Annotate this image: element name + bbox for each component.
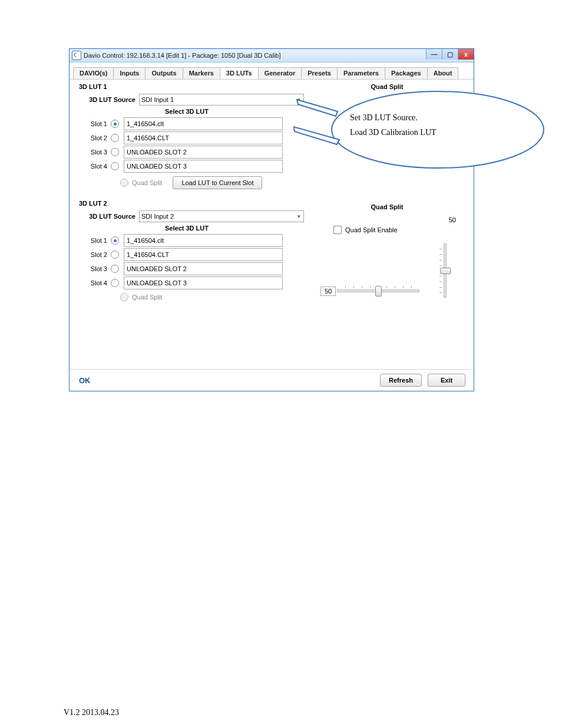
lut1-slot3-field[interactable]: UNLOADED SLOT 2	[124, 146, 283, 159]
bottom-bar: OK Refresh Exit	[70, 369, 474, 391]
svg-marker-1	[297, 100, 338, 116]
close-button[interactable]: x	[458, 49, 474, 60]
group-3dlut2: 3D LUT 2 3D LUT Source SDI Input 2 ▾ Sel…	[78, 200, 465, 301]
lut2-slot3-label: Slot 3	[78, 265, 110, 272]
callout-line2: Load 3D Calibration LUT	[350, 125, 503, 140]
lut1-slot1-radio[interactable]	[111, 120, 119, 128]
tab-generator[interactable]: Generator	[258, 67, 302, 79]
tab-parameters[interactable]: Parameters	[337, 67, 385, 79]
title-bar[interactable]: Davio Control: 192.168.3.14 [Edit 1] - P…	[70, 49, 474, 62]
tab-inputs[interactable]: Inputs	[113, 67, 146, 79]
lut2-source-label: 3D LUT Source	[78, 213, 139, 220]
lut1-quadsplit-radio	[120, 179, 128, 187]
lut1-load-button[interactable]: Load LUT to Current Slot	[173, 176, 262, 189]
lut2-slot4-radio[interactable]	[111, 279, 119, 287]
lut1-source-value: SDI Input 1	[141, 96, 174, 103]
lut2-quad-vslider[interactable]	[438, 243, 451, 298]
tab-outputs[interactable]: Outputs	[145, 67, 183, 79]
lut2-slot3-radio[interactable]	[111, 265, 119, 273]
lut2-slot1-label: Slot 1	[78, 237, 110, 244]
tab-davios[interactable]: DAVIO(s)	[73, 67, 114, 79]
lut2-quad-enable-checkbox[interactable]	[333, 226, 342, 234]
lut2-quad-title: Quad Split	[313, 203, 461, 210]
lut1-slot2-radio[interactable]	[111, 134, 119, 142]
lut1-source-label: 3D LUT Source	[78, 96, 139, 103]
lut1-slot4-label: Slot 4	[78, 163, 110, 170]
lut1-slot4-radio[interactable]	[111, 162, 119, 170]
refresh-button[interactable]: Refresh	[380, 374, 422, 387]
lut1-slot3-radio[interactable]	[111, 148, 119, 156]
maximize-button[interactable]: ▢	[442, 49, 458, 60]
lut2-slot4-label: Slot 4	[78, 279, 110, 286]
lut2-slot3-field[interactable]: UNLOADED SLOT 2	[124, 262, 283, 275]
lut2-quad-panel: Quad Split 50 Quad Split Enable 50	[313, 203, 461, 300]
lut2-slot2-label: Slot 2	[78, 251, 110, 258]
tab-packages[interactable]: Packages	[385, 67, 428, 79]
lut2-slot2-field[interactable]: 1_416504.CLT	[124, 248, 283, 261]
lut1-slot1-label: Slot 1	[78, 120, 110, 127]
tab-presets[interactable]: Presets	[301, 67, 338, 79]
lut2-quadsplit-label: Quad Split	[132, 294, 162, 301]
lut1-slot4-field[interactable]: UNLOADED SLOT 3	[124, 160, 283, 173]
tab-strip: DAVIO(s) Inputs Outputs Markers 3D LUTs …	[70, 62, 474, 80]
tab-markers[interactable]: Markers	[183, 67, 220, 79]
lut2-source-combo[interactable]: SDI Input 2 ▾	[139, 210, 304, 222]
lut2-quadsplit-radio	[120, 293, 128, 301]
lut1-slot2-field[interactable]: 1_416504.CLT	[124, 131, 283, 144]
minimize-button[interactable]: —	[426, 49, 442, 60]
exit-button[interactable]: Exit	[428, 374, 465, 387]
app-icon	[72, 51, 81, 60]
annotation-callout: Set 3D LUT Source. Load 3D Calibration L…	[293, 85, 541, 174]
lut2-slot4-field[interactable]: UNLOADED SLOT 3	[124, 276, 283, 289]
callout-line1: Set 3D LUT Source.	[350, 110, 503, 125]
window-title: Davio Control: 192.168.3.14 [Edit 1] - P…	[84, 52, 280, 59]
lut2-slot1-field[interactable]: 1_416504.clt	[124, 234, 283, 247]
lut1-slot1-field[interactable]: 1_416504.clt	[124, 117, 283, 130]
page-footer: V1.2 2013.04.23	[64, 708, 119, 717]
lut1-select-label: Select 3D LUT	[78, 108, 296, 115]
lut1-quadsplit-label: Quad Split	[132, 179, 162, 186]
tab-about[interactable]: About	[427, 67, 459, 79]
lut1-source-combo[interactable]: SDI Input 1 ▾	[139, 94, 304, 106]
status-ok: OK	[79, 376, 91, 385]
lut2-quad-hslider-value: 50	[320, 286, 336, 296]
lut2-slot2-radio[interactable]	[111, 251, 119, 259]
lut1-slot2-label: Slot 2	[78, 134, 110, 141]
lut2-quad-vslider-value: 50	[449, 216, 456, 223]
lut1-slot3-label: Slot 3	[78, 149, 110, 156]
dropdown-arrow-icon: ▾	[296, 213, 302, 219]
lut2-quad-enable-label: Quad Split Enable	[345, 226, 398, 233]
lut2-select-label: Select 3D LUT	[78, 225, 296, 232]
tab-3dluts[interactable]: 3D LUTs	[220, 67, 259, 79]
lut2-slot1-radio[interactable]	[111, 236, 119, 245]
lut2-quad-hslider[interactable]: 50	[337, 285, 419, 297]
lut2-source-value: SDI Input 2	[141, 213, 174, 220]
